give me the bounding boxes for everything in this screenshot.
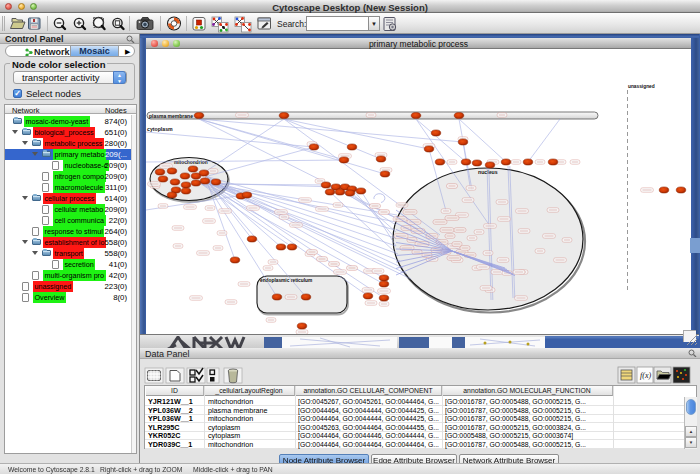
svg-text:f(x): f(x) xyxy=(640,371,651,380)
svg-text:cytoplasm: cytoplasm xyxy=(147,126,173,132)
svg-text:nucleus: nucleus xyxy=(478,169,498,175)
svg-text:plasma membrane: plasma membrane xyxy=(149,113,193,119)
svg-text:unassigned: unassigned xyxy=(628,84,655,89)
svg-text:mitochondrion: mitochondrion xyxy=(174,160,208,165)
